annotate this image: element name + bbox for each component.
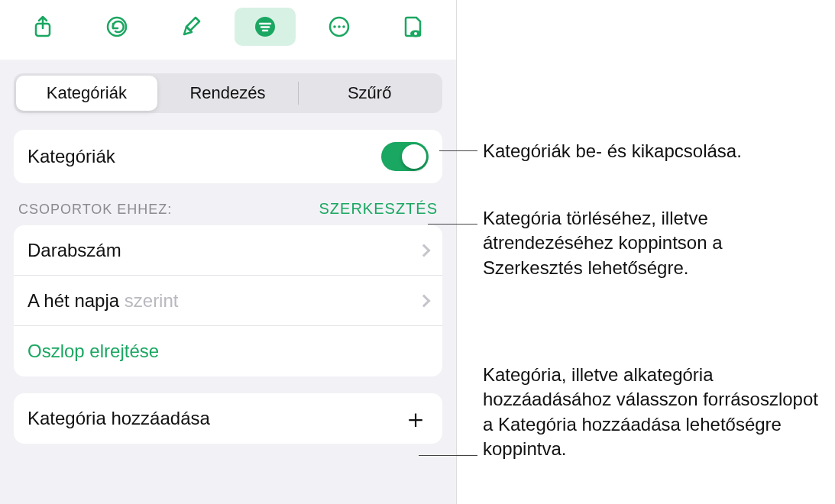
- callout-add: Kategória, illetve alkategória hozzáadás…: [483, 363, 827, 462]
- hide-column-label: Oszlop elrejtése: [28, 341, 159, 362]
- callout-line: [428, 224, 477, 225]
- callout-toggle: Kategóriák be- és kikapcsolása.: [483, 139, 819, 163]
- format-button[interactable]: [160, 8, 222, 46]
- chevron-right-icon: [418, 294, 431, 307]
- toggle-knob: [402, 144, 426, 169]
- panel-body: Kategóriák Rendezés Szűrő Kategóriák CSO…: [0, 60, 456, 504]
- share-icon: [31, 15, 55, 39]
- plus-icon: ＋: [403, 405, 429, 431]
- group-row-label: A hét napja szerint: [28, 290, 419, 312]
- edit-button[interactable]: SZERKESZTÉS: [319, 200, 438, 218]
- callout-edit: Kategória törléséhez, illetve átrendezés…: [483, 206, 819, 280]
- categories-toggle-row: Kategóriák: [14, 130, 442, 183]
- categories-toggle[interactable]: [381, 142, 429, 171]
- add-category-label: Kategória hozzáadása: [28, 408, 403, 429]
- undo-icon: [105, 15, 129, 39]
- hide-column-row[interactable]: Oszlop elrejtése: [14, 326, 442, 376]
- tab-sort[interactable]: Rendezés: [157, 76, 299, 111]
- paintbrush-icon: [179, 15, 203, 39]
- groups-card: Darabszám A hét napja szerint Oszlop elr…: [14, 225, 442, 376]
- categories-panel: Kategóriák Rendezés Szűrő Kategóriák CSO…: [0, 0, 457, 504]
- share-button[interactable]: [12, 8, 73, 46]
- organize-icon: [253, 15, 277, 39]
- groups-section-title: CSOPORTOK EHHEZ:: [18, 202, 172, 218]
- document-eye-icon: [401, 15, 426, 39]
- chevron-right-icon: [418, 244, 431, 257]
- preview-button[interactable]: [383, 8, 444, 46]
- callout-line: [439, 150, 477, 151]
- tab-categories[interactable]: Kategóriák: [16, 76, 157, 111]
- add-category-card: Kategória hozzáadása ＋: [14, 393, 442, 444]
- add-category-row[interactable]: Kategória hozzáadása ＋: [14, 393, 442, 444]
- categories-toggle-label: Kategóriák: [28, 146, 381, 167]
- segmented-control: Kategóriák Rendezés Szűrő: [14, 73, 442, 113]
- group-row-text: A hét napja: [28, 290, 125, 311]
- group-row-muted: szerint: [125, 290, 179, 311]
- group-row-label: Darabszám: [28, 240, 419, 261]
- groups-section-header: CSOPORTOK EHHEZ: SZERKESZTÉS: [14, 200, 442, 222]
- callout-line: [419, 455, 477, 456]
- group-row-weekday[interactable]: A hét napja szerint: [14, 276, 442, 326]
- categories-toggle-card: Kategóriák: [14, 130, 442, 183]
- svg-point-9: [342, 25, 345, 28]
- toolbar: [0, 0, 456, 60]
- organize-button[interactable]: [235, 8, 296, 46]
- more-icon: [327, 15, 351, 39]
- group-row-count[interactable]: Darabszám: [14, 225, 442, 276]
- tab-filter[interactable]: Szűrő: [299, 76, 440, 111]
- svg-point-7: [333, 25, 336, 28]
- svg-point-11: [414, 32, 417, 35]
- more-button[interactable]: [309, 8, 370, 46]
- undo-button[interactable]: [86, 8, 147, 46]
- svg-point-8: [338, 25, 341, 28]
